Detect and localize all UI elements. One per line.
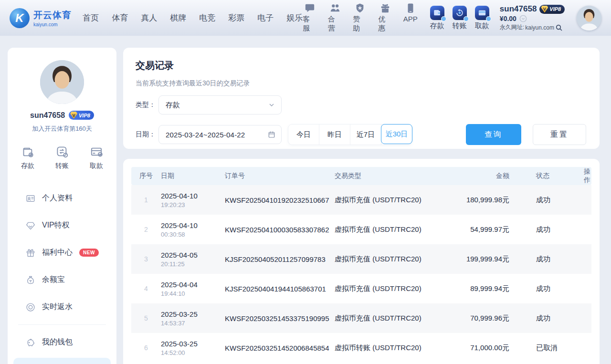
- vip-shield-icon: V: [70, 112, 77, 119]
- main-nav: 首页 体育 真人 棋牌 电竞 彩票 电子 娱乐: [83, 12, 303, 23]
- table-row[interactable]: 4 2025-04-0419:44:10 KJSF202504041944105…: [131, 274, 591, 303]
- withdraw-button[interactable]: 取款: [475, 6, 489, 31]
- topbar-quick-icons: 客服 合营 赞助 优惠 APP: [303, 3, 418, 33]
- transaction-type: 虚拟币充值 (USDT/TRC20): [335, 284, 458, 293]
- table-row[interactable]: 2 2025-04-1000:30:58 KWSF202504100030583…: [131, 215, 591, 244]
- sidebar: sun47658 V VIP8 加入开云体育第160天 存款 转账 取款 个人资…: [8, 48, 116, 364]
- wallet-icon: [21, 146, 34, 158]
- avatar[interactable]: [577, 6, 601, 31]
- sidebar-item-vip[interactable]: VIP特权: [8, 212, 116, 239]
- reset-button[interactable]: 重置: [533, 124, 586, 145]
- sidebar-item-transactions[interactable]: 交易记录: [13, 358, 111, 364]
- withdraw-icon: [475, 6, 489, 20]
- status: 成功: [509, 255, 584, 264]
- range-today-button[interactable]: 今日: [288, 125, 319, 145]
- sidebar-menu: 个人资料 VIP特权 福利中心 NEW 余额宝 实时返水 我的钱包 交易记录: [8, 185, 116, 364]
- new-badge: NEW: [79, 249, 99, 257]
- sponsor-icon: [355, 3, 365, 13]
- sidebar-item-profile[interactable]: 个人资料: [8, 185, 116, 212]
- deposit-button[interactable]: 存款: [430, 6, 444, 31]
- amount: 89,999.94元: [458, 284, 509, 293]
- partners-button[interactable]: 合营: [328, 3, 342, 33]
- range-7days-button[interactable]: 近7日: [350, 125, 381, 145]
- balance-dropdown-icon[interactable]: [519, 15, 527, 22]
- type-select[interactable]: 存款: [158, 95, 282, 114]
- nav-item-lottery[interactable]: 彩票: [228, 12, 244, 23]
- vip-shield-icon: V: [541, 6, 548, 13]
- nav-item-live[interactable]: 真人: [141, 12, 157, 23]
- transfer-badge-icon: [464, 16, 469, 21]
- order-number: KWSF202504100030583307862: [225, 226, 335, 234]
- gem-icon: [26, 221, 35, 230]
- status: 成功: [509, 314, 584, 323]
- table-row[interactable]: 3 2025-04-0520:11:25 KJSF202504052011257…: [131, 244, 591, 274]
- table-row[interactable]: 6 2025-03-2514:52:00 KWSF202503251452006…: [131, 333, 591, 363]
- topbar: K 开云体育 kaiyun.com 首页 体育 真人 棋牌 电竞 彩票 电子 娱…: [0, 0, 611, 36]
- page-subtitle: 当前系统支持查询最近30日的交易记录: [136, 79, 587, 88]
- brand-logo-icon: K: [10, 8, 30, 28]
- brand-domain: kaiyun.com: [33, 22, 72, 27]
- giftbox-icon: [26, 248, 35, 258]
- status: 成功: [509, 196, 584, 205]
- sidebar-item-yuebao[interactable]: 余额宝: [8, 266, 116, 293]
- brand-logo[interactable]: K 开云体育 kaiyun.com: [10, 8, 77, 28]
- transaction-type: 虚拟币充值 (USDT/TRC20): [335, 225, 458, 234]
- transfer-button[interactable]: 转账: [453, 6, 467, 31]
- nav-item-entertainment[interactable]: 娱乐: [286, 12, 303, 23]
- nav-item-esports[interactable]: 电竞: [199, 12, 215, 23]
- sidebar-item-wallet[interactable]: 我的钱包: [8, 329, 116, 356]
- sponsor-button[interactable]: 赞助: [353, 3, 368, 33]
- transfer-button[interactable]: 转账: [55, 146, 69, 170]
- order-number: KWSF202503251452006845854: [225, 344, 335, 352]
- withdraw-button[interactable]: 取款: [90, 146, 103, 170]
- sidebar-item-rebate[interactable]: 实时返水: [8, 293, 116, 321]
- chevron-down-icon: [268, 101, 275, 109]
- customer-service-button[interactable]: 客服: [303, 3, 317, 33]
- sidebar-item-welfare[interactable]: 福利中心 NEW: [8, 239, 116, 266]
- type-filter-row: 类型： 存款: [136, 95, 587, 114]
- avatar[interactable]: [40, 60, 84, 104]
- vip-badge[interactable]: V VIP8: [539, 5, 565, 14]
- promotions-button[interactable]: 优惠: [378, 3, 392, 33]
- card-icon: [90, 146, 103, 158]
- divider: [18, 324, 106, 325]
- range-30days-button[interactable]: 近30日: [381, 124, 412, 144]
- vip-badge[interactable]: V VIP8: [69, 111, 94, 120]
- username[interactable]: sun47658: [500, 4, 537, 14]
- table-row[interactable]: 5 2025-03-2514:53:37 KWSF202503251453375…: [131, 303, 591, 333]
- nav-item-slots[interactable]: 电子: [257, 12, 274, 23]
- amount: 199,999.94元: [458, 255, 509, 264]
- deposit-badge-icon: [441, 16, 446, 21]
- filter-actions: 查询 重置: [466, 124, 587, 145]
- date-range-input[interactable]: 2025-03-24~2025-04-22: [158, 125, 282, 144]
- deposit-button[interactable]: 存款: [21, 146, 34, 170]
- nav-item-chess[interactable]: 棋牌: [170, 12, 186, 23]
- range-yesterday-button[interactable]: 昨日: [319, 125, 350, 145]
- transfer-icon: [453, 6, 467, 20]
- permanent-url-value: kaiyun.com: [525, 24, 554, 31]
- table-row[interactable]: 1 2025-04-1019:20:23 KWSF202504101920232…: [131, 185, 591, 215]
- moneybag-icon: [26, 275, 35, 285]
- order-number: KWSF202504101920232510667: [225, 196, 335, 204]
- gift-icon: [380, 3, 390, 13]
- exchange-icon: [56, 146, 69, 158]
- app-download-button[interactable]: APP: [403, 3, 418, 33]
- rebate-icon: [26, 302, 35, 312]
- search-button[interactable]: 查询: [466, 124, 521, 145]
- table-header: 序号 日期 订单号 交易类型 金额 状态 操作: [131, 167, 591, 185]
- nav-item-sports[interactable]: 体育: [112, 12, 128, 23]
- partners-icon: [330, 3, 340, 13]
- deposit-icon: [430, 6, 444, 20]
- transaction-type: 虚拟币充值 (USDT/TRC20): [335, 314, 458, 323]
- date-filter-row: 日期： 2025-03-24~2025-04-22 今日 昨日 近7日 近30日…: [136, 124, 587, 145]
- date-range-presets: 今日 昨日 近7日 近30日: [288, 125, 412, 145]
- amount: 54,999.97元: [458, 225, 509, 234]
- status: 成功: [509, 225, 584, 234]
- membership-days: 加入开云体育第160天: [8, 125, 116, 133]
- transaction-type: 虚拟币转账 (USDT/TRC20): [335, 343, 458, 353]
- sidebar-quick-actions: 存款 转账 取款: [8, 146, 116, 170]
- order-number: KJSF202504041944105863701: [225, 285, 335, 293]
- nav-item-home[interactable]: 首页: [83, 12, 99, 23]
- search-icon[interactable]: [555, 24, 563, 31]
- order-number: KWSF202503251453375190995: [225, 314, 335, 322]
